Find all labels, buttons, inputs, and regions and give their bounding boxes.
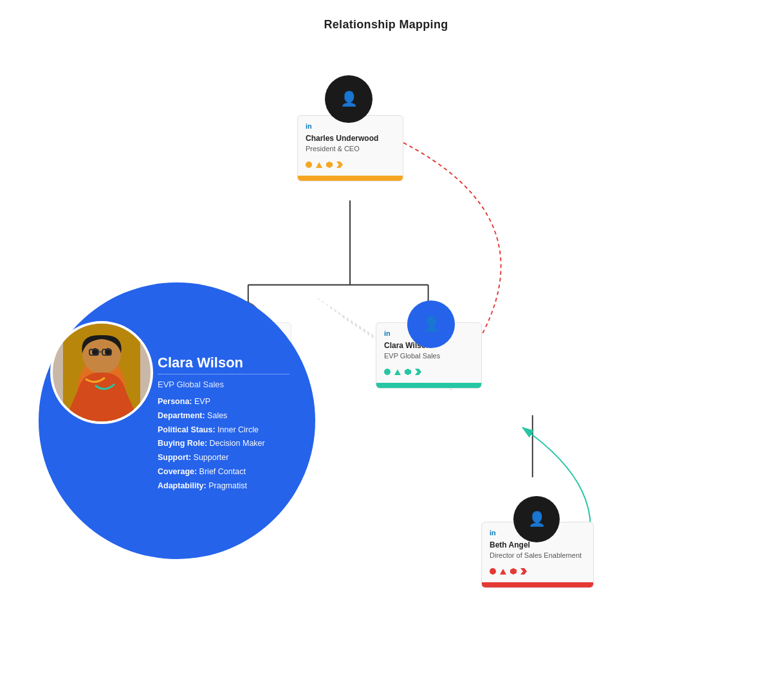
charles-icons — [306, 158, 395, 170]
popup-field-buying: Buying Role: Decision Maker — [158, 438, 290, 450]
beth-title: Director of Sales Enablement — [490, 551, 585, 559]
popup-field-support: Support: Supporter — [158, 452, 290, 464]
avatar-charles[interactable]: 👤 — [325, 75, 372, 123]
popup-field-political: Political Staus: Inner Circle — [158, 424, 290, 436]
charles-title: President & CEO — [306, 145, 395, 152]
avatar-clara[interactable]: 👤 — [407, 300, 455, 348]
card-charles[interactable]: in Charles Underwood President & CEO — [297, 115, 403, 181]
linkedin-icon-charles: in — [306, 122, 395, 130]
clara-photo — [50, 321, 153, 424]
popup-field-department: Department: Sales — [158, 410, 290, 422]
beth-icons — [490, 564, 585, 577]
clara-icons — [384, 365, 473, 378]
clara-popup[interactable]: Clara Wilson EVP Global Sales Persona: E… — [39, 282, 315, 559]
avatar-beth[interactable]: 👤 — [513, 496, 560, 542]
diagram-area: in Charles Underwood President & CEO 👤 i… — [0, 32, 772, 700]
popup-field-persona: Persona: EVP — [158, 396, 290, 408]
beth-footer — [482, 582, 593, 587]
popup-divider — [158, 374, 290, 375]
clara-card-title: EVP Global Sales — [384, 352, 473, 360]
popup-name: Clara Wilson — [158, 355, 290, 371]
popup-field-coverage: Coverage: Brief Contact — [158, 466, 290, 478]
clara-footer — [376, 383, 481, 388]
charles-name: Charles Underwood — [306, 134, 395, 143]
popup-field-adaptability: Adaptability: Pragmatist — [158, 480, 290, 492]
popup-role: EVP Global Sales — [158, 380, 290, 389]
charles-footer — [298, 176, 403, 181]
page-title: Relationship Mapping — [0, 0, 772, 32]
